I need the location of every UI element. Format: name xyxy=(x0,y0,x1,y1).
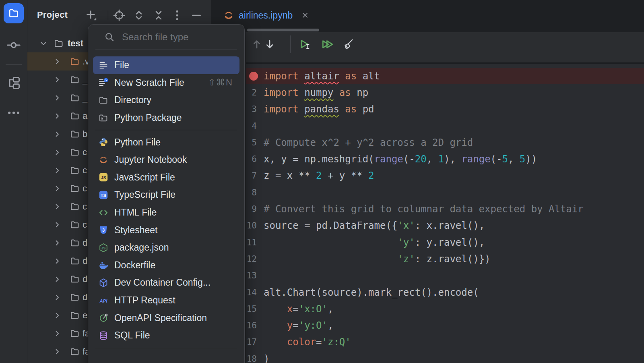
add-icon[interactable] xyxy=(85,8,98,22)
typescript-icon: TS xyxy=(99,190,108,200)
menu-item-label: OpenAPI Specification xyxy=(114,313,207,324)
collapse-all-icon[interactable] xyxy=(152,8,165,22)
code-line[interactable]: 13 xyxy=(242,268,644,284)
code-line[interactable]: 14alt.Chart(source).mark_rect().encode( xyxy=(242,284,644,301)
code-line[interactable]: import altair as alt xyxy=(242,68,644,84)
code-line[interactable]: 11 'y': y.ravel(), xyxy=(242,234,644,251)
run-all-icon[interactable] xyxy=(320,37,334,51)
code-line[interactable]: 8 xyxy=(242,184,644,201)
code-text: ) xyxy=(264,353,269,363)
code-text: import altair as alt xyxy=(264,71,380,82)
menu-item-package-json[interactable]: JSpackage.json xyxy=(93,239,239,257)
code-line[interactable]: 18) xyxy=(242,351,644,363)
code-text: # Convert this grid to columnar data exp… xyxy=(264,203,584,215)
chevron-right-icon[interactable] xyxy=(53,76,61,84)
menu-item-file[interactable]: File xyxy=(93,56,239,74)
openapi-icon xyxy=(99,313,108,323)
menu-item-javascript-file[interactable]: JSJavaScript File xyxy=(93,169,239,187)
chevron-down-icon[interactable] xyxy=(39,39,47,48)
menu-item-python-file[interactable]: Python File xyxy=(93,133,239,151)
menu-item-label: File xyxy=(114,60,129,71)
chevron-right-icon[interactable] xyxy=(53,221,61,229)
file-type-search[interactable]: Search file type xyxy=(88,25,244,50)
menu-item-python-package[interactable]: Python Package xyxy=(93,109,239,127)
tree-item-label: _ xyxy=(83,93,87,103)
chevron-right-icon[interactable] xyxy=(53,311,61,319)
chevron-right-icon[interactable] xyxy=(53,330,61,338)
tree-item-label: b xyxy=(83,129,87,139)
folder-icon xyxy=(70,93,80,103)
code-line[interactable]: 3import pandas as pd xyxy=(242,101,644,118)
code-line[interactable]: 6x, y = np.meshgrid(range(-20, 1), range… xyxy=(242,151,644,167)
options-icon[interactable] xyxy=(170,8,184,22)
clear-outputs-icon[interactable] xyxy=(341,37,355,51)
stylesheet-icon: 3 xyxy=(99,225,108,235)
code-line[interactable]: 16 y='y:O', xyxy=(242,317,644,334)
project-tool-button[interactable] xyxy=(4,3,24,23)
menu-item-http-request[interactable]: APIHTTP Request xyxy=(93,292,239,309)
menu-item-openapi-specification[interactable]: OpenAPI Specification xyxy=(93,309,239,327)
menu-item-html-file[interactable]: HTML File xyxy=(93,204,239,222)
tab-bar: airlines.ipynb xyxy=(211,0,644,32)
tab-airlines-ipynb[interactable]: airlines.ipynb xyxy=(219,5,315,26)
code-text: x, y = np.meshgrid(range(-20, 1), range(… xyxy=(264,153,537,165)
chevron-right-icon[interactable] xyxy=(53,130,61,138)
expand-all-icon[interactable] xyxy=(132,8,146,22)
folder-icon xyxy=(70,311,80,320)
tree-item-label: d xyxy=(83,292,87,303)
code-line[interactable]: 7z = x ** 2 + y ** 2 xyxy=(242,168,644,184)
code-text: 'y': y.ravel(), xyxy=(264,237,485,248)
code-text: import pandas as pd xyxy=(264,104,374,115)
tree-item-label: _ xyxy=(83,75,87,85)
menu-item-dev-container-config[interactable]: Dev Container Config... xyxy=(93,274,239,292)
menu-item-label: Directory xyxy=(114,95,151,106)
menu-item-jupyter-notebook[interactable]: Jupyter Notebook xyxy=(93,151,239,169)
code-line[interactable]: 5# Compute x^2 + y^2 across a 2D grid xyxy=(242,134,644,151)
code-line[interactable]: 4 xyxy=(242,118,644,134)
code-text: x='x:O', xyxy=(264,303,333,315)
menu-item-sql-file[interactable]: SQL File xyxy=(93,327,239,344)
hide-icon[interactable] xyxy=(190,8,203,22)
menu-item-new-scratch-file[interactable]: New Scratch File⇧⌘N xyxy=(93,74,239,92)
chevron-right-icon[interactable] xyxy=(53,293,61,301)
javascript-icon: JS xyxy=(99,172,108,182)
code-line[interactable]: 15 x='x:O', xyxy=(242,301,644,317)
code-line[interactable]: 9# Convert this grid to columnar data ex… xyxy=(242,201,644,217)
menu-item-typescript-file[interactable]: TSTypeScript File xyxy=(93,186,239,204)
code-line[interactable]: 2import numpy as np xyxy=(242,84,644,101)
chevron-right-icon[interactable] xyxy=(53,203,61,211)
chevron-right-icon[interactable] xyxy=(53,58,61,66)
chevron-right-icon[interactable] xyxy=(53,185,61,193)
tree-item-label: c xyxy=(83,201,87,212)
svg-text:JS: JS xyxy=(101,246,106,250)
more-icon[interactable] xyxy=(6,106,21,120)
menu-item-dockerfile[interactable]: Dockerfile xyxy=(93,257,239,274)
chevron-right-icon[interactable] xyxy=(53,348,61,356)
run-cell-icon[interactable] xyxy=(298,37,312,51)
code-line[interactable]: 17 color='z:Q' xyxy=(242,334,644,351)
up-arrow-icon[interactable] xyxy=(250,37,264,51)
chevron-right-icon[interactable] xyxy=(53,275,61,283)
chevron-right-icon[interactable] xyxy=(53,112,61,120)
chevron-right-icon[interactable] xyxy=(53,148,61,156)
code-line[interactable]: 10source = pd.DataFrame({'x': x.ravel(), xyxy=(242,218,644,234)
close-icon[interactable] xyxy=(301,11,310,20)
code-line[interactable]: 12 'z': z.ravel()}) xyxy=(242,251,644,267)
tree-item-label: d xyxy=(83,274,87,284)
code-editor[interactable]: import altair as alt2import numpy as np3… xyxy=(242,68,644,363)
chevron-right-icon[interactable] xyxy=(53,94,61,102)
horizontal-scrollbar[interactable] xyxy=(247,29,319,31)
tree-item-label: c xyxy=(83,183,87,194)
chevron-right-icon[interactable] xyxy=(53,239,61,247)
code-text: y='y:O', xyxy=(264,320,333,331)
folder-icon xyxy=(70,274,80,284)
locate-icon[interactable] xyxy=(112,8,126,22)
structure-icon[interactable] xyxy=(6,76,21,90)
chevron-right-icon[interactable] xyxy=(53,166,61,174)
chevron-right-icon[interactable] xyxy=(53,257,61,265)
commit-icon[interactable] xyxy=(6,38,21,52)
menu-item-directory[interactable]: Directory xyxy=(93,91,239,109)
menu-item-stylesheet[interactable]: 3Stylesheet xyxy=(93,221,239,239)
down-arrow-icon[interactable] xyxy=(263,37,277,51)
breakpoint-icon[interactable] xyxy=(249,72,258,81)
